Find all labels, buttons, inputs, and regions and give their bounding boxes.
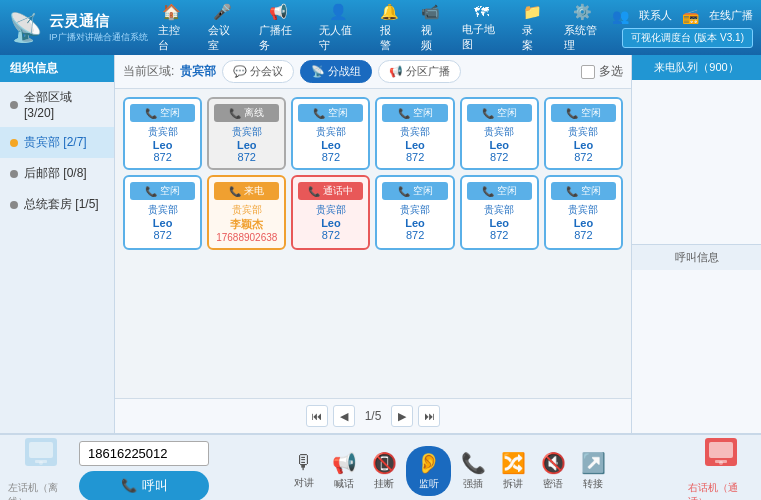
- nav-video-label: 视频: [421, 23, 440, 53]
- card-1-5-ext: 872: [490, 151, 508, 163]
- nav-report-label: 报警: [380, 23, 399, 53]
- nav-map[interactable]: 🗺 电子地图: [452, 0, 510, 57]
- card-1-1-ext: 872: [153, 151, 171, 163]
- phone-left: 左话机（离线）: [8, 432, 73, 500]
- card-1-1[interactable]: 📞空闲 贵宾部 Leo 872: [123, 97, 202, 170]
- phone-left-label: 左话机（离线）: [8, 481, 73, 500]
- nav-broadcast-label: 广播任务: [259, 23, 297, 53]
- nav-meeting[interactable]: 🎤 会议室: [198, 0, 247, 57]
- card-1-3-name: Leo: [321, 139, 341, 151]
- header-right-top: 👥 联系人 📻 在线广播: [612, 8, 753, 24]
- card-1-4-dept: 贵宾部: [400, 125, 430, 139]
- logo-text: 云灵通信 IP广播对讲融合通信系统: [49, 12, 148, 44]
- card-2-3[interactable]: 📞通话中 贵宾部 Leo 872: [291, 175, 370, 250]
- sidebar-item-all[interactable]: 全部区域 [3/20]: [0, 82, 114, 127]
- multiselect[interactable]: 多选: [581, 63, 623, 80]
- call-button[interactable]: 📞 呼叫: [79, 471, 209, 501]
- card-1-4[interactable]: 📞空闲 贵宾部 Leo 872: [375, 97, 454, 170]
- multiselect-checkbox[interactable]: [581, 65, 595, 79]
- card-2-1-name: Leo: [153, 217, 173, 229]
- svg-point-3: [39, 461, 43, 465]
- card-2-4-dept: 贵宾部: [400, 203, 430, 217]
- card-2-5-name: Leo: [489, 217, 509, 229]
- nav-meeting-icon: 🎤: [213, 3, 232, 21]
- card-2-4-name: Leo: [405, 217, 425, 229]
- card-2-4-ext: 872: [406, 229, 424, 241]
- card-2-4-status: 📞空闲: [382, 182, 447, 200]
- tab-fen-guang-icon: 📢: [389, 65, 403, 78]
- action-qiangjin[interactable]: 📞 强插: [455, 447, 491, 495]
- page-first[interactable]: ⏮: [306, 405, 328, 427]
- nav-home-label: 主控台: [158, 23, 187, 53]
- phone-left-icon: [21, 432, 61, 481]
- page-prev[interactable]: ◀: [333, 405, 355, 427]
- card-2-6-dept: 贵宾部: [568, 203, 598, 217]
- page-next[interactable]: ▶: [391, 405, 413, 427]
- action-jianting[interactable]: 👂 监听: [406, 446, 451, 496]
- card-2-6[interactable]: 📞空闲 贵宾部 Leo 872: [544, 175, 623, 250]
- nav-home[interactable]: 🏠 主控台: [148, 0, 197, 57]
- action-chaijie[interactable]: 🔀 拆讲: [495, 447, 531, 495]
- sidebar-item-guibin[interactable]: 贵宾部 [2/7]: [0, 127, 114, 158]
- card-2-5[interactable]: 📞空闲 贵宾部 Leo 872: [460, 175, 539, 250]
- card-2-5-dept: 贵宾部: [484, 203, 514, 217]
- card-2-1-dept: 贵宾部: [148, 203, 178, 217]
- svg-point-7: [719, 461, 723, 465]
- tab-fen-guang[interactable]: 📢 分区广播: [378, 60, 461, 83]
- sidebar-item-zongju[interactable]: 总统套房 [1/5]: [0, 189, 114, 220]
- action-miyu[interactable]: 🔇 密语: [535, 447, 571, 495]
- nav-drone-label: 无人值守: [319, 23, 357, 53]
- card-1-5[interactable]: 📞空闲 贵宾部 Leo 872: [460, 97, 539, 170]
- online-icon: 📻: [682, 8, 699, 24]
- card-1-3[interactable]: 📞空闲 贵宾部 Leo 872: [291, 97, 370, 170]
- tab-fen-hui-icon: 💬: [233, 65, 247, 78]
- dial-input[interactable]: [79, 441, 209, 466]
- nav-report[interactable]: 🔔 报警: [370, 0, 409, 57]
- tab-fen-zhan[interactable]: 📡 分战组: [300, 60, 372, 83]
- tab-fen-hui[interactable]: 💬 分会议: [222, 60, 294, 83]
- action-duijian[interactable]: 🎙 对讲: [286, 447, 322, 494]
- logo-subtitle: IP广播对讲融合通信系统: [49, 31, 148, 44]
- nav-archive[interactable]: 📁 录案: [512, 0, 551, 57]
- tab-fen-guang-label: 分区广播: [406, 64, 450, 79]
- card-2-3-ext: 872: [322, 229, 340, 241]
- sidebar-title: 组织信息: [0, 55, 114, 82]
- action-zhuanjie[interactable]: ↗️ 转接: [575, 447, 611, 495]
- nav-archive-label: 录案: [522, 23, 541, 53]
- nav-meeting-label: 会议室: [208, 23, 237, 53]
- dial-area: 📞 呼叫: [79, 441, 209, 501]
- card-2-1[interactable]: 📞空闲 贵宾部 Leo 872: [123, 175, 202, 250]
- tab-fen-hui-label: 分会议: [250, 64, 283, 79]
- logo-name: 云灵通信: [49, 12, 148, 31]
- card-1-2[interactable]: 📞离线 贵宾部 Leo 872: [207, 97, 286, 170]
- action-guaduan[interactable]: 📵 挂断: [366, 447, 402, 495]
- card-2-6-ext: 872: [574, 229, 592, 241]
- nav-video[interactable]: 📹 视频: [411, 0, 450, 57]
- card-1-1-status: 📞空闲: [130, 104, 195, 122]
- card-2-1-status: 📞空闲: [130, 182, 195, 200]
- card-2-2[interactable]: 📞来电 贵宾部 李颖杰 17688902638: [207, 175, 286, 250]
- sidebar-item-houyou[interactable]: 后邮部 [0/8]: [0, 158, 114, 189]
- right-panel: 来电队列（900） 呼叫信息: [631, 55, 761, 433]
- card-1-6[interactable]: 📞空闲 贵宾部 Leo 872: [544, 97, 623, 170]
- card-2-4[interactable]: 📞空闲 贵宾部 Leo 872: [375, 175, 454, 250]
- nav-bar: 🏠 主控台 🎤 会议室 📢 广播任务 👤 无人值守 🔔 报警 📹 视频 🗺 电子…: [148, 0, 612, 57]
- page-last[interactable]: ⏭: [418, 405, 440, 427]
- tab-fen-zhan-icon: 📡: [311, 65, 325, 78]
- card-2-5-status: 📞空闲: [467, 182, 532, 200]
- header: 📡 云灵通信 IP广播对讲融合通信系统 🏠 主控台 🎤 会议室 📢 广播任务 👤…: [0, 0, 761, 55]
- logo-icon: 📡: [8, 11, 43, 44]
- action-zhu[interactable]: 📢 喊话: [326, 447, 362, 495]
- card-2-3-status: 📞通话中: [298, 182, 363, 200]
- card-1-3-dept: 贵宾部: [316, 125, 346, 139]
- card-1-5-dept: 贵宾部: [484, 125, 514, 139]
- nav-broadcast[interactable]: 📢 广播任务: [249, 0, 307, 57]
- card-1-4-status: 📞空闲: [382, 104, 447, 122]
- dot-guibin: [10, 139, 18, 147]
- nav-system[interactable]: ⚙️ 系统管理: [554, 0, 612, 57]
- header-right: 👥 联系人 📻 在线广播 可视化调度台 (版本 V3.1): [612, 8, 753, 48]
- dot-all: [10, 101, 18, 109]
- nav-drone[interactable]: 👤 无人值守: [309, 0, 367, 57]
- action-duijian-icon: 🎙: [294, 451, 314, 474]
- tab-bar: 当前区域: 贵宾部 💬 分会议 📡 分战组 📢 分区广播 多选: [115, 55, 631, 89]
